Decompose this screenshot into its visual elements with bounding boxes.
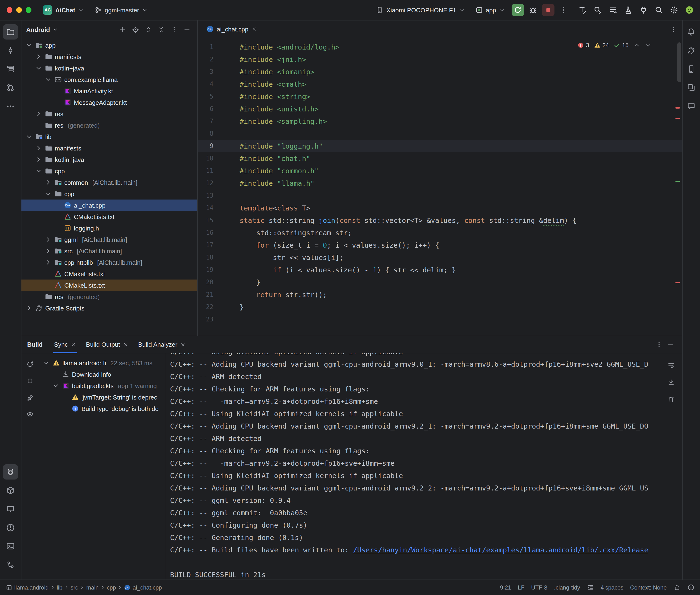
- code-line-16[interactable]: 16 std::ostringstream str;: [198, 227, 682, 239]
- breadcrumb-item[interactable]: lib: [57, 584, 62, 591]
- pull-requests-icon[interactable]: [3, 80, 18, 95]
- build-console[interactable]: C/C++: -- Using KleidiAI optimized kerne…: [165, 353, 682, 579]
- device-selector[interactable]: Xiaomi POCOPHONE F1: [372, 4, 469, 16]
- soft-wrap-icon[interactable]: [666, 360, 676, 370]
- code-line-20[interactable]: 20 }: [198, 276, 682, 289]
- line-number[interactable]: 20: [198, 276, 214, 289]
- line-number[interactable]: 7: [198, 115, 214, 128]
- close-window-button[interactable]: [7, 7, 12, 13]
- run-config-selector[interactable]: app: [472, 4, 508, 16]
- add-icon[interactable]: [117, 24, 128, 35]
- build-options-icon[interactable]: [653, 339, 665, 350]
- version-control-icon[interactable]: [3, 557, 18, 572]
- clang-tidy-widget[interactable]: .clang-tidy: [554, 584, 580, 591]
- sync-item-llama-android-fi[interactable]: llama.android: fi22 sec, 583 ms: [38, 357, 165, 369]
- line-number[interactable]: 17: [198, 239, 214, 251]
- tree-item-ai-chat-cpp[interactable]: C++ai_chat.cpp: [22, 200, 197, 211]
- assistant-chat-icon[interactable]: [683, 98, 699, 114]
- logcat-icon[interactable]: [3, 464, 18, 479]
- line-number[interactable]: 3: [198, 66, 214, 78]
- chevron-down-icon[interactable]: [52, 382, 60, 390]
- hide-build-panel-icon[interactable]: [665, 339, 676, 350]
- line-number[interactable]: 13: [198, 190, 214, 202]
- context-widget[interactable]: Context: None: [630, 584, 667, 591]
- packages-icon[interactable]: [3, 483, 18, 498]
- commit-icon[interactable]: [3, 43, 18, 58]
- code-line-23[interactable]: 23: [198, 313, 682, 326]
- zoom-window-button[interactable]: [26, 7, 31, 13]
- code-line-9[interactable]: 9#include "logging.h": [198, 140, 682, 152]
- code-line-10[interactable]: 10#include "chat.h": [198, 152, 682, 165]
- chevron-right-icon[interactable]: [44, 259, 52, 266]
- code-line-4[interactable]: 4#include <cmath>: [198, 78, 682, 90]
- build-window-title[interactable]: Build: [27, 341, 49, 348]
- code-line-6[interactable]: 6#include <unistd.h>: [198, 103, 682, 115]
- problems-widget[interactable]: 3 24 15: [577, 42, 651, 49]
- text-tool-icon[interactable]: [576, 4, 589, 16]
- build-tab-sync[interactable]: Sync: [49, 336, 81, 353]
- code-line-11[interactable]: 11#include "common.h": [198, 165, 682, 177]
- line-number[interactable]: 10: [198, 152, 214, 165]
- chevron-down-icon[interactable]: [25, 41, 33, 49]
- pin-icon[interactable]: [25, 392, 35, 403]
- change-stripe-mark[interactable]: [675, 181, 679, 182]
- build-tab-build-analyzer[interactable]: Build Analyzer: [133, 336, 191, 353]
- tree-item-res[interactable]: res: [22, 108, 197, 119]
- project-folder-icon[interactable]: [3, 24, 18, 39]
- code-line-7[interactable]: 7#include <sampling.h>: [198, 115, 682, 128]
- code-line-21[interactable]: 21 return str.str();: [198, 289, 682, 301]
- tree-item-src[interactable]: src[AiChat.lib.main]: [22, 245, 197, 257]
- tree-item-cmakelists-txt[interactable]: CMakeLists.txt: [22, 211, 197, 222]
- line-number[interactable]: 15: [198, 214, 214, 227]
- code-line-5[interactable]: 5#include <string>: [198, 90, 682, 103]
- close-icon[interactable]: [180, 342, 186, 347]
- next-problem-icon[interactable]: [645, 42, 651, 49]
- chevron-right-icon[interactable]: [35, 53, 43, 60]
- tree-item-cmakelists-txt[interactable]: CMakeLists.txt: [22, 268, 197, 280]
- tree-item-res[interactable]: res(generated): [22, 291, 197, 302]
- code-line-12[interactable]: 12#include "llama.h": [198, 177, 682, 190]
- running-devices-icon[interactable]: [3, 501, 18, 516]
- code-line-14[interactable]: 14template<class T>: [198, 202, 682, 214]
- previous-problem-icon[interactable]: [633, 42, 640, 49]
- close-icon[interactable]: [71, 342, 77, 347]
- tree-item-common[interactable]: common[AiChat.lib.main]: [22, 177, 197, 188]
- scroll-to-end-icon[interactable]: [666, 377, 676, 388]
- chevron-down-icon[interactable]: [43, 359, 50, 367]
- file-encoding[interactable]: UTF-8: [531, 584, 547, 591]
- plug-icon[interactable]: [637, 4, 649, 16]
- code-area[interactable]: 1#include <android/log.h>2#include <jni.…: [198, 38, 682, 336]
- line-number[interactable]: 22: [198, 301, 214, 313]
- chevron-right-icon[interactable]: [44, 236, 52, 243]
- line-number[interactable]: 1: [198, 41, 214, 53]
- chevron-down-icon[interactable]: [44, 190, 52, 198]
- line-separator[interactable]: LF: [518, 584, 525, 591]
- console-link[interactable]: /Users/hanyin/Workspace/ai-chat/examples…: [353, 546, 648, 554]
- list-icon[interactable]: [607, 4, 619, 16]
- clear-all-icon[interactable]: [666, 394, 676, 405]
- sync-item-buildtype-debug-is-both-de[interactable]: BuildType 'debug' is both de: [38, 403, 165, 414]
- debug-button[interactable]: [527, 4, 539, 16]
- code-line-22[interactable]: 22}: [198, 301, 682, 313]
- line-number[interactable]: 16: [198, 227, 214, 239]
- more-vertical-icon[interactable]: [168, 24, 179, 35]
- line-number[interactable]: 5: [198, 90, 214, 103]
- stop-button[interactable]: [542, 4, 554, 16]
- cursor-position[interactable]: 9:21: [500, 584, 511, 591]
- tree-item-cpp[interactable]: cpp: [22, 165, 197, 177]
- code-line-8[interactable]: 8: [198, 128, 682, 140]
- close-icon[interactable]: [123, 342, 129, 347]
- build-tab-build-output[interactable]: Build Output: [81, 336, 133, 353]
- line-number[interactable]: 14: [198, 202, 214, 214]
- breadcrumb-item[interactable]: main: [86, 584, 99, 591]
- tree-item-logging-h[interactable]: Hlogging.h: [22, 222, 197, 234]
- breadcrumb-item[interactable]: llama.android: [6, 584, 49, 591]
- tree-item-com-example-llama[interactable]: com.example.llama: [22, 74, 197, 85]
- code-line-19[interactable]: 19 if (i < values.size() - 1) { str << d…: [198, 264, 682, 276]
- tree-item-ggml[interactable]: ggml[AiChat.lib.main]: [22, 234, 197, 245]
- problems-icon[interactable]: [3, 520, 18, 535]
- chevron-right-icon[interactable]: [35, 110, 43, 118]
- terminal-icon[interactable]: [3, 538, 18, 554]
- gradle-icon[interactable]: [683, 43, 699, 58]
- line-number[interactable]: 9: [198, 140, 214, 152]
